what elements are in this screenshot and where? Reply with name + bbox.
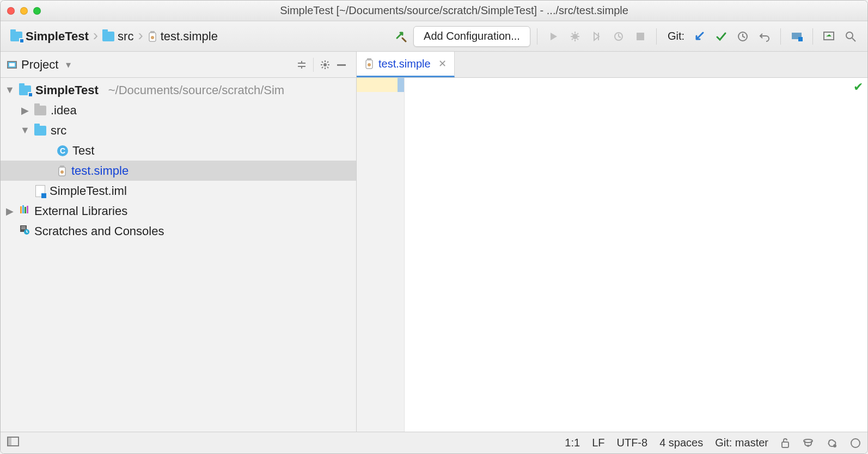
build-button[interactable] [392,27,410,46]
window-controls [7,7,41,15]
tree-folder-idea[interactable]: ▶ .idea [1,100,356,120]
editor-gutter[interactable] [357,78,405,432]
expand-arrow-icon[interactable]: ▶ [5,205,15,217]
svg-rect-26 [8,437,11,446]
debug-button[interactable] [566,27,584,46]
tree-external-libraries[interactable]: ▶ External Libraries [1,201,356,221]
chevron-right-icon: › [138,28,143,43]
ide-settings-button[interactable] [820,27,838,46]
toolbar-separator [656,28,657,45]
svg-rect-14 [60,165,64,168]
run-configuration-button[interactable]: Add Configuration... [413,26,530,47]
window-title: SimpleTest [~/Documents/source/scratch/S… [58,4,850,17]
editor-panel: test.simple ✕ ✔ [357,52,867,432]
svg-rect-12 [337,64,346,66]
svg-point-10 [846,32,853,39]
maximize-window-button[interactable] [33,7,41,15]
minimize-window-button[interactable] [20,7,28,15]
select-opened-file-button[interactable] [294,57,310,73]
tree-project-root[interactable]: ▼ SimpleTest ~/Documents/source/scratch/… [1,80,356,100]
vcs-update-button[interactable] [690,27,708,46]
module-icon [10,32,22,41]
stop-button[interactable] [631,27,650,46]
inspection-ok-icon[interactable]: ✔ [853,80,863,94]
tree-class-test[interactable]: C Test [1,140,356,161]
tree-folder-src[interactable]: ▼ src [1,120,356,140]
search-everywhere-button[interactable] [841,27,860,46]
close-window-button[interactable] [7,7,15,15]
run-button[interactable] [544,27,563,46]
svg-rect-16 [20,206,22,213]
svg-point-2 [151,36,154,39]
svg-point-3 [572,34,578,39]
breadcrumb-project-label: SimpleTest [26,29,89,44]
editor-area[interactable]: ✔ [357,78,867,432]
background-tasks-button[interactable] [826,437,838,449]
project-view-icon [7,61,17,69]
gutter-caret-indicator [398,78,404,92]
project-structure-button[interactable] [787,27,806,46]
ide-window: SimpleTest [~/Documents/source/scratch/S… [0,0,868,454]
inspection-profile-button[interactable] [802,437,814,449]
readonly-toggle-button[interactable] [780,438,790,449]
expand-arrow-icon[interactable]: ▼ [20,125,30,136]
chevron-right-icon: › [93,28,98,43]
svg-point-11 [323,63,327,66]
editor-tab[interactable]: test.simple ✕ [357,52,455,77]
editor-text-area[interactable]: ✔ [405,78,867,432]
breadcrumb-project[interactable]: SimpleTest [8,28,91,45]
panel-separator [313,58,314,72]
breadcrumb-folder-label: src [118,29,133,44]
expand-arrow-icon[interactable]: ▼ [5,84,15,96]
tree-label: Scratches and Consoles [34,224,164,238]
breadcrumb-file-label: test.simple [161,29,218,44]
folder-icon [102,32,114,41]
tree-label: SimpleTest.iml [50,184,127,198]
toolbar-separator [812,28,813,45]
project-panel-title[interactable]: Project ▾ [7,58,71,72]
tree-label: test.simple [71,164,129,178]
vcs-history-button[interactable] [733,27,752,46]
libraries-icon [19,204,30,218]
class-icon: C [57,145,68,156]
file-icon [148,30,157,42]
breadcrumb-folder[interactable]: src [100,28,136,45]
status-encoding[interactable]: UTF-8 [616,437,647,449]
tree-root-path: ~/Documents/source/scratch/Sim [108,83,284,97]
svg-rect-23 [367,58,371,60]
tool-window-toggle-button[interactable] [7,437,19,449]
toolbar-separator [780,28,781,45]
main-split: Project ▾ ▼ SimpleTest ~/Documents/sourc… [1,52,867,432]
status-line-separator[interactable]: LF [592,437,604,449]
tree-label: External Libraries [34,204,127,218]
status-indent[interactable]: 4 spaces [659,437,703,449]
profile-button[interactable] [609,27,628,46]
coverage-button[interactable] [588,27,606,46]
status-caret-position[interactable]: 1:1 [565,437,580,449]
tree-label: src [51,124,66,138]
tree-file-test-simple[interactable]: test.simple [1,161,356,181]
status-git-branch[interactable]: Git: master [715,437,768,449]
svg-point-30 [833,444,836,447]
expand-arrow-icon[interactable]: ▶ [20,105,30,116]
project-tree[interactable]: ▼ SimpleTest ~/Documents/source/scratch/… [1,78,356,432]
breadcrumb-file[interactable]: test.simple [145,28,220,45]
gutter-current-line [357,78,404,92]
project-panel-title-label: Project [21,58,58,72]
svg-point-31 [851,439,860,447]
vcs-rollback-button[interactable] [755,27,774,46]
memory-indicator-button[interactable] [850,438,861,449]
panel-settings-button[interactable] [317,57,333,73]
vcs-commit-button[interactable] [712,27,730,46]
tree-root-label: SimpleTest [35,83,99,97]
project-panel-header: Project ▾ [1,52,356,78]
tree-label: .idea [51,103,77,118]
module-icon [19,85,31,95]
iml-file-icon [35,185,45,197]
close-tab-button[interactable]: ✕ [438,58,447,70]
tree-file-iml[interactable]: SimpleTest.iml [1,181,356,201]
svg-rect-19 [27,206,28,213]
tree-scratches[interactable]: Scratches and Consoles [1,221,356,241]
project-tool-window: Project ▾ ▼ SimpleTest ~/Documents/sourc… [1,52,357,432]
panel-hide-button[interactable] [333,57,350,73]
